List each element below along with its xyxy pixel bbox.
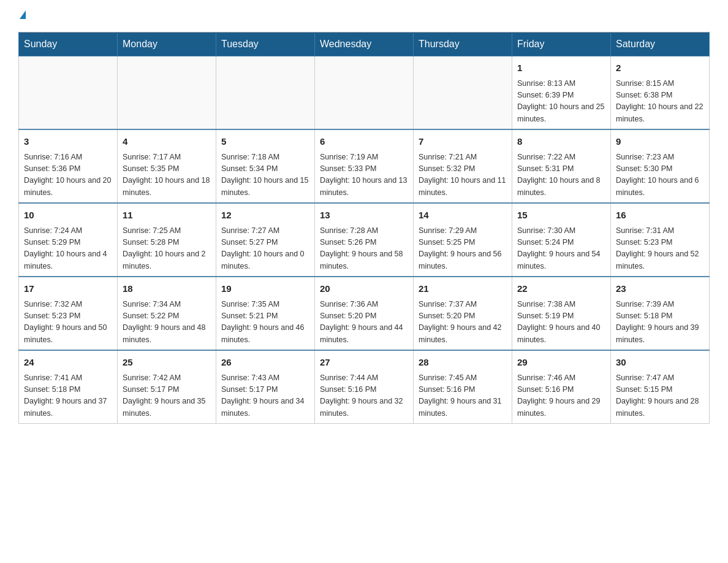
day-number: 14 [419,209,507,223]
day-number: 13 [320,209,408,223]
calendar-week-row: 24Sunrise: 7:41 AMSunset: 5:18 PMDayligh… [19,350,710,424]
day-number: 30 [616,356,704,370]
calendar-cell: 25Sunrise: 7:42 AMSunset: 5:17 PMDayligh… [118,350,216,424]
calendar-cell: 29Sunrise: 7:46 AMSunset: 5:16 PMDayligh… [512,350,611,424]
calendar-cell: 8Sunrise: 7:22 AMSunset: 5:31 PMDaylight… [512,129,611,203]
calendar-cell [315,56,414,130]
calendar-cell: 19Sunrise: 7:35 AMSunset: 5:21 PMDayligh… [216,277,315,350]
calendar-cell: 5Sunrise: 7:18 AMSunset: 5:34 PMDaylight… [216,129,315,203]
day-info: Sunrise: 7:44 AMSunset: 5:16 PMDaylight:… [320,372,408,420]
day-info: Sunrise: 7:21 AMSunset: 5:32 PMDaylight:… [419,151,507,199]
day-number: 15 [517,209,605,223]
day-number: 25 [123,356,211,370]
day-number: 16 [616,209,704,223]
day-number: 23 [616,282,704,296]
day-info: Sunrise: 7:43 AMSunset: 5:17 PMDaylight:… [221,372,309,420]
calendar-week-row: 10Sunrise: 7:24 AMSunset: 5:29 PMDayligh… [19,203,710,277]
calendar-cell: 28Sunrise: 7:45 AMSunset: 5:16 PMDayligh… [414,350,512,424]
day-info: Sunrise: 7:47 AMSunset: 5:15 PMDaylight:… [616,372,704,420]
calendar-cell: 27Sunrise: 7:44 AMSunset: 5:16 PMDayligh… [315,350,414,424]
day-number: 6 [320,135,408,149]
calendar-cell: 12Sunrise: 7:27 AMSunset: 5:27 PMDayligh… [216,203,315,277]
day-number: 9 [616,135,704,149]
day-number: 17 [24,282,112,296]
day-info: Sunrise: 7:32 AMSunset: 5:23 PMDaylight:… [24,299,112,347]
calendar-cell: 18Sunrise: 7:34 AMSunset: 5:22 PMDayligh… [118,277,216,350]
day-number: 29 [517,356,605,370]
calendar-cell [216,56,315,130]
day-info: Sunrise: 8:13 AMSunset: 6:39 PMDaylight:… [517,78,605,126]
day-info: Sunrise: 7:22 AMSunset: 5:31 PMDaylight:… [517,151,605,199]
day-info: Sunrise: 7:23 AMSunset: 5:30 PMDaylight:… [616,151,704,199]
day-number: 28 [419,356,507,370]
day-info: Sunrise: 7:45 AMSunset: 5:16 PMDaylight:… [419,372,507,420]
day-of-week-header: Wednesday [315,33,414,56]
calendar-cell: 23Sunrise: 7:39 AMSunset: 5:18 PMDayligh… [611,277,710,350]
day-number: 5 [221,135,309,149]
day-info: Sunrise: 7:28 AMSunset: 5:26 PMDaylight:… [320,225,408,273]
day-number: 1 [517,61,605,75]
day-number: 24 [24,356,112,370]
day-number: 26 [221,356,309,370]
calendar-week-row: 3Sunrise: 7:16 AMSunset: 5:36 PMDaylight… [19,129,710,203]
calendar-table: SundayMondayTuesdayWednesdayThursdayFrid… [18,32,710,424]
day-info: Sunrise: 7:41 AMSunset: 5:18 PMDaylight:… [24,372,112,420]
day-number: 3 [24,135,112,149]
day-info: Sunrise: 7:17 AMSunset: 5:35 PMDaylight:… [123,151,211,199]
calendar-cell: 13Sunrise: 7:28 AMSunset: 5:26 PMDayligh… [315,203,414,277]
day-info: Sunrise: 7:30 AMSunset: 5:24 PMDaylight:… [517,225,605,273]
calendar-cell: 3Sunrise: 7:16 AMSunset: 5:36 PMDaylight… [19,129,118,203]
page-header [18,12,710,21]
calendar-cell: 7Sunrise: 7:21 AMSunset: 5:32 PMDaylight… [414,129,512,203]
day-of-week-header: Friday [512,33,611,56]
day-number: 22 [517,282,605,296]
day-number: 18 [123,282,211,296]
day-info: Sunrise: 7:31 AMSunset: 5:23 PMDaylight:… [616,225,704,273]
day-number: 10 [24,209,112,223]
day-number: 21 [419,282,507,296]
calendar-cell: 9Sunrise: 7:23 AMSunset: 5:30 PMDaylight… [611,129,710,203]
calendar-cell: 30Sunrise: 7:47 AMSunset: 5:15 PMDayligh… [611,350,710,424]
day-info: Sunrise: 7:25 AMSunset: 5:28 PMDaylight:… [123,225,211,273]
day-number: 2 [616,61,704,75]
day-info: Sunrise: 7:16 AMSunset: 5:36 PMDaylight:… [24,151,112,199]
calendar-cell: 24Sunrise: 7:41 AMSunset: 5:18 PMDayligh… [19,350,118,424]
calendar-cell: 6Sunrise: 7:19 AMSunset: 5:33 PMDaylight… [315,129,414,203]
calendar-week-row: 17Sunrise: 7:32 AMSunset: 5:23 PMDayligh… [19,277,710,350]
calendar-week-row: 1Sunrise: 8:13 AMSunset: 6:39 PMDaylight… [19,56,710,130]
day-info: Sunrise: 7:19 AMSunset: 5:33 PMDaylight:… [320,151,408,199]
day-info: Sunrise: 7:35 AMSunset: 5:21 PMDaylight:… [221,299,309,347]
day-of-week-header: Monday [118,33,216,56]
day-number: 27 [320,356,408,370]
calendar-cell: 10Sunrise: 7:24 AMSunset: 5:29 PMDayligh… [19,203,118,277]
calendar-cell: 26Sunrise: 7:43 AMSunset: 5:17 PMDayligh… [216,350,315,424]
day-of-week-header: Sunday [19,33,118,56]
calendar-header-row: SundayMondayTuesdayWednesdayThursdayFrid… [19,33,710,56]
calendar-cell [414,56,512,130]
day-number: 19 [221,282,309,296]
day-info: Sunrise: 7:29 AMSunset: 5:25 PMDaylight:… [419,225,507,273]
calendar-cell: 16Sunrise: 7:31 AMSunset: 5:23 PMDayligh… [611,203,710,277]
day-info: Sunrise: 7:27 AMSunset: 5:27 PMDaylight:… [221,225,309,273]
day-info: Sunrise: 7:18 AMSunset: 5:34 PMDaylight:… [221,151,309,199]
calendar-cell: 15Sunrise: 7:30 AMSunset: 5:24 PMDayligh… [512,203,611,277]
day-info: Sunrise: 7:36 AMSunset: 5:20 PMDaylight:… [320,299,408,347]
calendar-cell: 20Sunrise: 7:36 AMSunset: 5:20 PMDayligh… [315,277,414,350]
logo [18,12,26,21]
day-of-week-header: Tuesday [216,33,315,56]
day-number: 8 [517,135,605,149]
day-of-week-header: Thursday [414,33,512,56]
calendar-cell: 2Sunrise: 8:15 AMSunset: 6:38 PMDaylight… [611,56,710,130]
calendar-cell [19,56,118,130]
day-number: 12 [221,209,309,223]
calendar-cell: 1Sunrise: 8:13 AMSunset: 6:39 PMDaylight… [512,56,611,130]
calendar-cell: 4Sunrise: 7:17 AMSunset: 5:35 PMDaylight… [118,129,216,203]
calendar-cell: 22Sunrise: 7:38 AMSunset: 5:19 PMDayligh… [512,277,611,350]
day-info: Sunrise: 7:37 AMSunset: 5:20 PMDaylight:… [419,299,507,347]
day-of-week-header: Saturday [611,33,710,56]
day-info: Sunrise: 7:38 AMSunset: 5:19 PMDaylight:… [517,299,605,347]
calendar-cell: 14Sunrise: 7:29 AMSunset: 5:25 PMDayligh… [414,203,512,277]
day-info: Sunrise: 8:15 AMSunset: 6:38 PMDaylight:… [616,78,704,126]
day-info: Sunrise: 7:24 AMSunset: 5:29 PMDaylight:… [24,225,112,273]
day-number: 11 [123,209,211,223]
